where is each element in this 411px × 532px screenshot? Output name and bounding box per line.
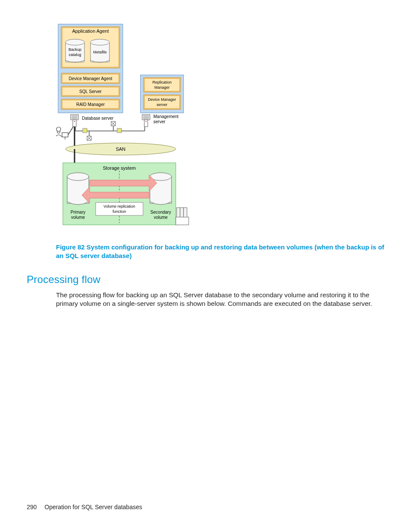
backup-catalog-cylinder: Backup catalog [65,39,84,62]
svg-point-4 [65,39,84,45]
svg-text:Secondary: Secondary [150,210,171,215]
svg-point-24 [74,121,75,122]
body-paragraph: The processing flow for backing up an SQ… [56,291,384,308]
svg-text:server: server [156,103,167,107]
device-manager-agent-bar: Device Manager Agent [61,73,120,84]
svg-text:Backup: Backup [68,47,81,52]
storage-system-label: Storage system [103,165,136,171]
svg-rect-43 [62,133,68,137]
svg-rect-77 [176,217,189,225]
section-heading-processing-flow: Processing flow [27,274,384,286]
svg-text:RAID Manager: RAID Manager [76,102,105,107]
replication-manager-box: Replication Manager [143,78,181,92]
svg-text:volume: volume [154,215,168,220]
application-agent-label: Application Agent [72,28,109,34]
svg-text:volume: volume [71,215,85,220]
device-manager-server-box: Device Manager server [143,95,181,109]
svg-text:Manager: Manager [154,85,170,90]
svg-point-39 [146,121,146,122]
svg-text:Device Manager Agent: Device Manager Agent [68,76,112,81]
raid-manager-bar: RAID Manager [61,99,120,109]
page-footer: 290 Operation for SQL Server databases [27,504,142,510]
sql-server-bar: SQL Server [61,86,120,96]
svg-text:SQL Server: SQL Server [79,89,102,94]
svg-rect-38 [144,120,148,127]
svg-rect-23 [73,120,76,127]
footer-section-title: Operation for SQL Server databases [44,504,142,510]
san-label: SAN [116,146,126,152]
svg-point-64 [67,173,89,180]
management-server-icon: Management server [142,114,179,127]
svg-text:Replication: Replication [153,80,172,84]
svg-text:server: server [153,119,165,124]
page-number: 290 [27,504,37,510]
system-config-diagram: Application Agent Backup catalog Metafil… [56,22,190,228]
database-server-label: Database server [82,116,114,121]
svg-text:Device Manager: Device Manager [148,97,176,102]
volume-replication-label-l2: function [112,209,126,214]
svg-line-45 [68,127,73,135]
svg-rect-48 [83,128,87,133]
figure-diagram: Application Agent Backup catalog Metafil… [56,22,384,230]
database-server-icon: Database server [71,115,114,127]
svg-text:Management: Management [153,114,179,119]
svg-point-42 [56,127,61,131]
svg-point-8 [90,39,109,45]
metafile-cylinder: Metafile [90,39,109,62]
svg-rect-49 [117,128,121,133]
disk-array-icon [176,208,189,225]
svg-text:Metafile: Metafile [93,50,107,54]
user-icon [56,127,68,140]
svg-text:catalog: catalog [68,53,81,57]
svg-text:Primary: Primary [71,210,85,215]
figure-caption: Figure 82 System configuration for backi… [56,243,384,261]
volume-replication-label-l1: Volume replication [103,204,135,208]
